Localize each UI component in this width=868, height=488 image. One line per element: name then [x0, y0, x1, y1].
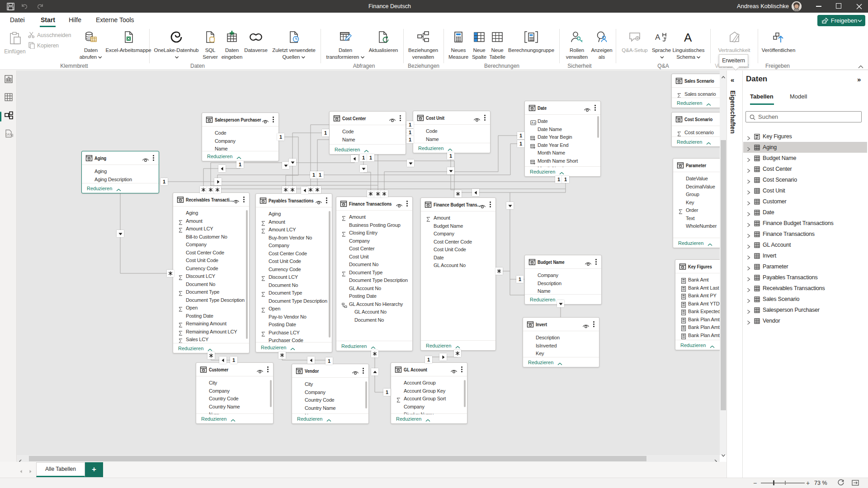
svg-text:A: A [531, 121, 533, 124]
